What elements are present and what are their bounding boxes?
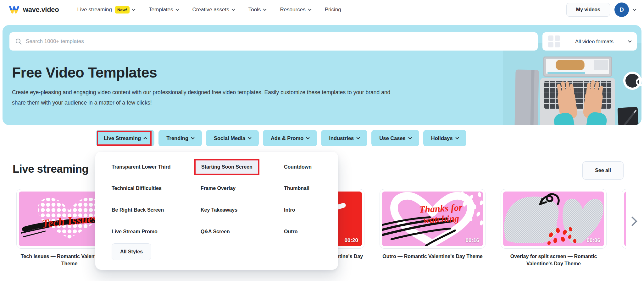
- video-duration-badge: 00:06: [587, 237, 600, 244]
- template-card-outro: Thanks for watching 00:16 Outro — Romant…: [380, 189, 486, 267]
- dropdown-item-frame-overlay[interactable]: Frame Overlay: [201, 186, 236, 191]
- see-all-button[interactable]: See all: [582, 161, 624, 180]
- section-heading-live-streaming: Live streaming: [13, 163, 88, 175]
- category-use-cases-button[interactable]: Use Cases: [371, 130, 419, 146]
- chevron-down-icon: [628, 39, 631, 42]
- chevron-down-icon: [308, 7, 311, 11]
- nav-item-label: Resources: [280, 7, 305, 13]
- dropdown-item-transparent-lower-third[interactable]: Transparent Lower Third: [112, 164, 171, 170]
- nav-item-label: Creative assets: [192, 7, 229, 13]
- account-chevron-down-icon[interactable]: [633, 7, 636, 11]
- chevron-down-icon: [175, 7, 179, 11]
- nav-item-live-streaming[interactable]: Live streaming New!: [77, 6, 135, 14]
- nav-item-label: Tools: [248, 7, 261, 13]
- user-avatar[interactable]: D: [614, 3, 629, 17]
- dropdown-item-qa-screen[interactable]: Q&A Screen: [201, 229, 230, 235]
- chevron-down-icon: [248, 136, 251, 139]
- category-ads-promo-button[interactable]: Ads & Promo: [263, 130, 317, 146]
- nav-menu: Live streaming New! Templates Creative a…: [77, 6, 341, 14]
- category-label: Live Streaming: [104, 135, 141, 141]
- nav-item-creative-assets[interactable]: Creative assets: [192, 7, 235, 13]
- page-title: Free Video Templates: [12, 64, 157, 81]
- category-label: Social Media: [214, 135, 245, 141]
- grid-format-icon: [548, 35, 560, 47]
- nav-item-label: Pricing: [325, 7, 341, 13]
- nav-item-pricing[interactable]: Pricing: [325, 7, 341, 13]
- category-industries-button[interactable]: Industries: [321, 130, 367, 146]
- description-line-1: Create eye-pleasing and engaging video c…: [12, 87, 390, 98]
- template-thumbnail[interactable]: Thanks for watching 00:16: [380, 189, 486, 249]
- dropdown-item-key-takeaways[interactable]: Key Takeaways: [201, 207, 237, 213]
- format-filter-value: All video formats: [560, 39, 629, 45]
- hero-photo-hands-typing-laptop: [503, 43, 641, 125]
- description-line-2: share them with your audience in a matte…: [12, 98, 390, 108]
- wave-video-templates-page: wave.video Live streaming New! Templates…: [0, 0, 644, 281]
- laptop-screen: [543, 57, 612, 77]
- svg-text:watching: watching: [423, 213, 459, 225]
- live-streaming-dropdown-panel: Transparent Lower Third Starting Soon Sc…: [95, 152, 338, 270]
- dropdown-item-live-stream-promo[interactable]: Live Stream Promo: [112, 229, 158, 235]
- notebook-photo-prop: [514, 69, 539, 125]
- category-social-media-button[interactable]: Social Media: [206, 130, 259, 146]
- template-title[interactable]: Outro — Romantic Valentine's Day Theme: [380, 253, 486, 260]
- nav-item-tools[interactable]: Tools: [248, 7, 266, 13]
- chevron-right-icon: [627, 216, 637, 226]
- video-duration-badge: 00:20: [345, 237, 358, 244]
- category-live-streaming-button[interactable]: Live Streaming: [96, 130, 154, 146]
- brand-name: wave.video: [23, 6, 59, 14]
- top-navigation-bar: wave.video Live streaming New! Templates…: [0, 0, 644, 19]
- my-videos-button[interactable]: My videos: [566, 3, 610, 17]
- chevron-down-icon: [357, 136, 360, 139]
- search-input[interactable]: [26, 38, 532, 45]
- category-label: Holidays: [431, 135, 453, 141]
- nav-item-label: Templates: [149, 7, 173, 13]
- nav-item-resources[interactable]: Resources: [280, 7, 311, 13]
- nav-item-templates[interactable]: Templates: [149, 7, 178, 13]
- category-label: Ads & Promo: [271, 135, 304, 141]
- new-badge: New!: [115, 6, 130, 14]
- chevron-down-icon: [455, 136, 459, 139]
- dropdown-item-starting-soon-screen-highlighted[interactable]: Starting Soon Screen: [194, 159, 259, 175]
- chevron-down-icon: [263, 7, 267, 11]
- video-duration-badge: 00:16: [466, 237, 479, 244]
- template-card-peek: [622, 189, 626, 267]
- template-thumbnail[interactable]: [622, 189, 626, 249]
- wave-logo-icon: [8, 5, 20, 14]
- template-title[interactable]: Overlay for split screen — Romantic Vale…: [501, 253, 607, 267]
- template-thumbnail[interactable]: 00:06: [501, 189, 607, 249]
- dropdown-item-countdown[interactable]: Countdown: [284, 164, 312, 170]
- nav-item-label: Live streaming: [77, 7, 112, 13]
- chevron-down-icon: [191, 136, 194, 139]
- dropdown-item-outro[interactable]: Outro: [284, 229, 298, 235]
- dropdown-item-technical-difficulties[interactable]: Technical Difficulties: [112, 186, 162, 191]
- template-search-bar: [9, 32, 538, 51]
- chevron-down-icon: [408, 136, 412, 139]
- hero-banner: All video formats Free Video Templates C…: [3, 25, 641, 125]
- dropdown-item-thumbnail[interactable]: Thumbnail: [284, 186, 309, 191]
- category-holidays-button[interactable]: Holidays: [423, 130, 466, 146]
- search-icon: [15, 38, 22, 45]
- category-filter-row: Live Streaming Trending Social Media Ads…: [96, 130, 466, 146]
- wave-video-logo[interactable]: wave.video: [8, 5, 59, 14]
- chevron-down-icon: [132, 7, 135, 11]
- dropdown-item-be-right-back-screen[interactable]: Be Right Back Screen: [112, 207, 164, 213]
- black-notepad: [618, 107, 639, 125]
- category-label: Industries: [329, 135, 354, 141]
- nav-right-controls: My videos D: [566, 0, 636, 19]
- page-description: Create eye-pleasing and engaging video c…: [12, 87, 390, 108]
- chevron-down-icon: [231, 7, 235, 11]
- carousel-next-button[interactable]: [629, 215, 640, 228]
- chevron-down-icon: [306, 136, 310, 139]
- category-label: Trending: [166, 135, 188, 141]
- category-label: Use Cases: [379, 135, 405, 141]
- category-trending-button[interactable]: Trending: [158, 130, 202, 146]
- chevron-up-icon: [144, 137, 147, 140]
- template-card-split-screen-overlay: 00:06 Overlay for split screen — Romanti…: [501, 189, 607, 267]
- video-format-filter-dropdown[interactable]: All video formats: [542, 32, 637, 51]
- coffee-cup: [623, 72, 641, 90]
- dropdown-item-intro[interactable]: Intro: [284, 207, 295, 213]
- all-styles-button[interactable]: All Styles: [112, 243, 151, 260]
